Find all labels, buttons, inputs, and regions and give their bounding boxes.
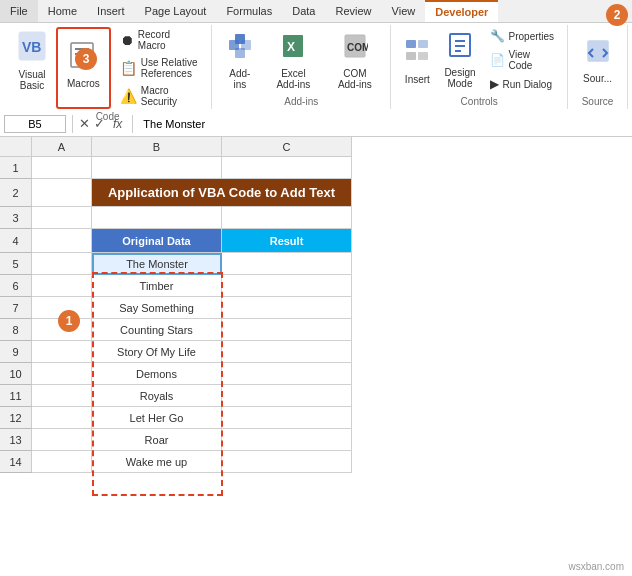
col-header-a[interactable]: A — [32, 137, 92, 157]
macros-button[interactable]: Macros — [60, 31, 107, 97]
ribbon-content: VB Visual Basic — [0, 23, 632, 111]
row-header-9[interactable]: 9 — [0, 341, 32, 363]
visual-basic-icon: VB — [17, 30, 47, 67]
cell-a14[interactable] — [32, 451, 92, 473]
cell-c14[interactable] — [222, 451, 352, 473]
cell-b1[interactable] — [92, 157, 222, 179]
cell-b2-title[interactable]: Application of VBA Code to Add Text — [92, 179, 352, 207]
cell-b5[interactable]: The Monster — [92, 253, 222, 275]
tab-insert[interactable]: Insert — [87, 0, 135, 22]
row-header-2[interactable]: 2 — [0, 179, 32, 207]
cell-b10[interactable]: Demons — [92, 363, 222, 385]
cell-a1[interactable] — [32, 157, 92, 179]
col-header-row: A B C — [0, 137, 632, 157]
cell-b12[interactable]: Let Her Go — [92, 407, 222, 429]
tab-formulas[interactable]: Formulas — [216, 0, 282, 22]
tab-file[interactable]: File — [0, 0, 38, 22]
design-mode-button[interactable]: Design Mode — [439, 27, 480, 93]
svg-rect-9 — [235, 34, 245, 44]
cell-c13[interactable] — [222, 429, 352, 451]
cell-b6[interactable]: Timber — [92, 275, 222, 297]
cell-a11[interactable] — [32, 385, 92, 407]
row-1 — [32, 157, 352, 179]
cell-a5[interactable] — [32, 253, 92, 275]
insert-control-button[interactable]: Insert — [399, 27, 435, 93]
cell-b13[interactable]: Roar — [92, 429, 222, 451]
tab-review[interactable]: Review — [325, 0, 381, 22]
row-header-6[interactable]: 6 — [0, 275, 32, 297]
col-header-b[interactable]: B — [92, 137, 222, 157]
cell-a7[interactable] — [32, 297, 92, 319]
cell-a6[interactable] — [32, 275, 92, 297]
tab-home[interactable]: Home — [38, 0, 87, 22]
svg-text:COM: COM — [347, 42, 368, 53]
cell-a10[interactable] — [32, 363, 92, 385]
cell-c4-header[interactable]: Result — [222, 229, 352, 253]
cell-c3[interactable] — [222, 207, 352, 229]
cell-b3[interactable] — [92, 207, 222, 229]
insert-icon — [404, 36, 430, 72]
excel-addins-button[interactable]: X Excel Add-ins — [266, 28, 322, 94]
cell-b11[interactable]: Royals — [92, 385, 222, 407]
properties-button[interactable]: 🔧 Properties — [485, 27, 560, 45]
row-10: Demons — [32, 363, 352, 385]
visual-basic-button[interactable]: VB Visual Basic — [12, 27, 52, 93]
cell-c1[interactable] — [222, 157, 352, 179]
row-header-11[interactable]: 11 — [0, 385, 32, 407]
tab-developer[interactable]: Developer — [425, 0, 498, 22]
row-header-12[interactable]: 12 — [0, 407, 32, 429]
use-relative-button[interactable]: 📋 Use Relative References — [115, 55, 203, 81]
cell-c5[interactable] — [222, 253, 352, 275]
cancel-icon[interactable]: ✕ — [79, 116, 90, 131]
cell-c6[interactable] — [222, 275, 352, 297]
row-header-5[interactable]: 5 — [0, 253, 32, 275]
cell-a12[interactable] — [32, 407, 92, 429]
cell-c8[interactable] — [222, 319, 352, 341]
row-header-14[interactable]: 14 — [0, 451, 32, 473]
source-button[interactable]: Sour... — [576, 27, 619, 93]
row-5: The Monster — [32, 253, 352, 275]
record-macro-button[interactable]: ⏺ Record Macro — [115, 27, 203, 53]
macro-security-button[interactable]: ⚠️ Macro Security — [115, 83, 203, 109]
com-addins-button[interactable]: COM COM Add-ins — [327, 28, 382, 94]
addins-button[interactable]: Add- ins — [220, 28, 259, 94]
tab-data[interactable]: Data — [282, 0, 325, 22]
view-code-button[interactable]: 📄 View Code — [485, 47, 560, 73]
cell-b14[interactable]: Wake me up — [92, 451, 222, 473]
cell-a13[interactable] — [32, 429, 92, 451]
cell-a3[interactable] — [32, 207, 92, 229]
svg-rect-18 — [418, 52, 428, 60]
cell-b8[interactable]: Counting Stars — [92, 319, 222, 341]
tab-view[interactable]: View — [382, 0, 426, 22]
formula-input[interactable] — [139, 118, 628, 130]
cell-b9[interactable]: Story Of My Life — [92, 341, 222, 363]
row-header-10[interactable]: 10 — [0, 363, 32, 385]
name-box[interactable] — [4, 115, 66, 133]
cell-b7[interactable]: Say Something — [92, 297, 222, 319]
addins-icon — [227, 32, 253, 66]
properties-buttons: 🔧 Properties 📄 View Code ▶ Run Dialog — [485, 27, 560, 93]
cell-c11[interactable] — [222, 385, 352, 407]
row-header-4[interactable]: 4 — [0, 229, 32, 253]
cell-a8[interactable] — [32, 319, 92, 341]
cell-c10[interactable] — [222, 363, 352, 385]
source-group-label: Source — [582, 94, 614, 107]
vb-label: Visual — [18, 69, 45, 80]
row-header-8[interactable]: 8 — [0, 319, 32, 341]
cell-a9[interactable] — [32, 341, 92, 363]
cell-a4[interactable] — [32, 229, 92, 253]
row-header-3[interactable]: 3 — [0, 207, 32, 229]
cell-c12[interactable] — [222, 407, 352, 429]
cell-c7[interactable] — [222, 297, 352, 319]
tab-page-layout[interactable]: Page Layout — [135, 0, 217, 22]
col-header-c[interactable]: C — [222, 137, 352, 157]
cell-b4-header[interactable]: Original Data — [92, 229, 222, 253]
row-header-7[interactable]: 7 — [0, 297, 32, 319]
row-header-13[interactable]: 13 — [0, 429, 32, 451]
cell-c9[interactable] — [222, 341, 352, 363]
cell-a2[interactable] — [32, 179, 92, 207]
row-headers: 1 2 3 4 5 6 7 8 9 10 11 12 13 14 — [0, 157, 32, 473]
row-header-1[interactable]: 1 — [0, 157, 32, 179]
run-dialog-button[interactable]: ▶ Run Dialog — [485, 75, 560, 93]
security-icon: ⚠️ — [120, 88, 137, 104]
